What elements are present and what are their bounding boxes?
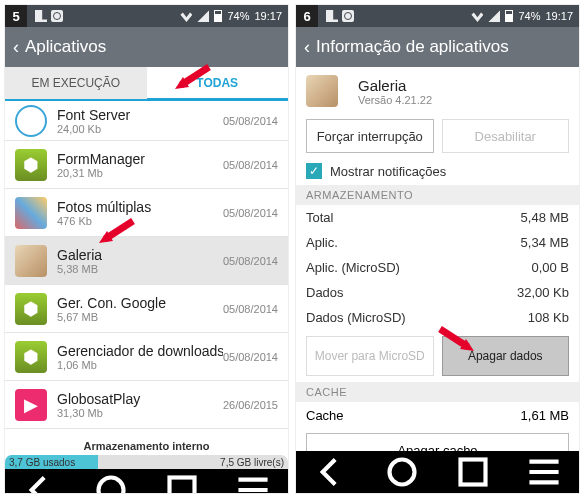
list-item[interactable]: ⬢ Ger. Con. Google5,67 MB 05/08/2014 (5, 285, 288, 333)
app-info-header: Galeria Versão 4.21.22 (296, 67, 579, 115)
app-icon (306, 75, 338, 107)
app-size: 24,00 Kb (57, 123, 223, 135)
storage-bar: Armazenamento interno 3,7 GB usados 7,5 … (5, 435, 288, 469)
app-icon (15, 197, 47, 229)
app-date: 05/08/2014 (223, 255, 278, 267)
battery-text: 74% (227, 10, 249, 22)
move-to-sd-button: Mover para MicroSD (306, 336, 434, 376)
notifications-checkbox-row[interactable]: ✓ Mostrar notificações (296, 157, 579, 185)
app-name: Gerenciador de downloads (57, 343, 223, 359)
nav-recent-button[interactable] (157, 475, 207, 494)
app-date: 05/08/2014 (223, 351, 278, 363)
nav-back-button[interactable] (306, 457, 356, 487)
time-text: 19:17 (545, 10, 573, 22)
app-size: 5,38 MB (57, 263, 223, 275)
nav-bar (5, 469, 288, 494)
tab-all[interactable]: TODAS (147, 67, 289, 101)
camera-icon (342, 10, 354, 22)
tabs: EM EXECUÇÃO TODAS (5, 67, 288, 101)
signal-icon (197, 10, 209, 22)
page-title: Aplicativos (25, 37, 106, 57)
phone-screen-5: 5 74% 19:17 ‹ Aplicativos EM EXECUÇÃO TO… (4, 4, 289, 494)
cache-row: Cache1,61 MB (296, 402, 579, 429)
app-size: 5,67 MB (57, 311, 223, 323)
notifications-label: Mostrar notificações (330, 164, 446, 179)
nav-menu-button[interactable] (228, 475, 278, 494)
nav-menu-button[interactable] (519, 457, 569, 487)
svg-point-2 (390, 460, 415, 485)
section-cache-title: CACHE (296, 382, 579, 402)
list-item[interactable]: Font Server24,00 Kb 05/08/2014 (5, 101, 288, 141)
list-item[interactable]: Fotos múltiplas476 Kb 05/08/2014 (5, 189, 288, 237)
nav-home-button[interactable] (377, 457, 427, 487)
disable-button: Desabilitar (442, 119, 570, 153)
section-storage-title: ARMAZENAMENTO (296, 185, 579, 205)
svg-rect-3 (460, 460, 485, 485)
app-date: 26/06/2015 (223, 399, 278, 411)
header: ‹ Aplicativos (5, 27, 288, 67)
app-size: 20,31 Mb (57, 167, 223, 179)
back-icon[interactable]: ‹ (304, 37, 310, 58)
storage-row: Dados32,00 Kb (296, 280, 579, 305)
storage-row: Aplic.5,34 MB (296, 230, 579, 255)
nav-back-button[interactable] (15, 475, 65, 494)
storage-free-text: 7,5 GB livre(s) (220, 457, 284, 468)
battery-text: 74% (518, 10, 540, 22)
app-icon: ▶ (15, 389, 47, 421)
list-item-galeria[interactable]: Galeria5,38 MB 05/08/2014 (5, 237, 288, 285)
list-item[interactable]: ⬢ FormManager20,31 Mb 05/08/2014 (5, 141, 288, 189)
storage-used-text: 3,7 GB usados (9, 457, 75, 468)
phone-icon (326, 10, 338, 22)
app-version: Versão 4.21.22 (358, 94, 432, 106)
app-icon: ⬢ (15, 149, 47, 181)
step-badge: 5 (5, 5, 27, 27)
app-icon (15, 245, 47, 277)
app-size: 476 Kb (57, 215, 223, 227)
phone-icon (35, 10, 47, 22)
header: ‹ Informação de aplicativos (296, 27, 579, 67)
arrow-annotation (436, 325, 478, 355)
app-date: 05/08/2014 (223, 303, 278, 315)
app-date: 05/08/2014 (223, 207, 278, 219)
svg-rect-1 (169, 478, 194, 495)
back-icon[interactable]: ‹ (13, 37, 19, 58)
phone-screen-6: 6 74% 19:17 ‹ Informação de aplicativos … (295, 4, 580, 494)
app-name: Fotos múltiplas (57, 199, 223, 215)
list-item[interactable]: ⬢ Gerenciador de downloads1,06 Mb 05/08/… (5, 333, 288, 381)
checkbox-checked-icon[interactable]: ✓ (306, 163, 322, 179)
force-stop-button[interactable]: Forçar interrupção (306, 119, 434, 153)
status-bar: 74% 19:17 (296, 5, 579, 27)
battery-icon (505, 10, 513, 22)
tab-running[interactable]: EM EXECUÇÃO (5, 67, 147, 99)
wifi-icon (180, 10, 192, 22)
storage-title: Armazenamento interno (84, 440, 210, 452)
nav-home-button[interactable] (86, 475, 136, 494)
arrow-annotation (171, 63, 213, 93)
nav-bar (296, 451, 579, 493)
battery-icon (214, 10, 222, 22)
step-badge: 6 (296, 5, 318, 27)
app-size: 31,30 Mb (57, 407, 223, 419)
app-icon: ⬢ (15, 341, 47, 373)
time-text: 19:17 (254, 10, 282, 22)
app-name: FormManager (57, 151, 223, 167)
arrow-annotation (95, 217, 137, 247)
app-list[interactable]: Font Server24,00 Kb 05/08/2014 ⬢ FormMan… (5, 101, 288, 435)
app-name: Galeria (358, 77, 432, 94)
nav-recent-button[interactable] (448, 457, 498, 487)
app-size: 1,06 Mb (57, 359, 223, 371)
list-item[interactable]: ▶ GlobosatPlay31,30 Mb 26/06/2015 (5, 381, 288, 429)
camera-icon (51, 10, 63, 22)
app-date: 05/08/2014 (223, 115, 278, 127)
svg-point-0 (99, 478, 124, 495)
app-date: 05/08/2014 (223, 159, 278, 171)
app-name: Galeria (57, 247, 223, 263)
app-icon: ⬢ (15, 293, 47, 325)
app-name: GlobosatPlay (57, 391, 223, 407)
storage-row: Aplic. (MicroSD)0,00 B (296, 255, 579, 280)
app-name: Font Server (57, 107, 223, 123)
storage-row: Total5,48 MB (296, 205, 579, 230)
status-bar: 74% 19:17 (5, 5, 288, 27)
signal-icon (488, 10, 500, 22)
app-name: Ger. Con. Google (57, 295, 223, 311)
